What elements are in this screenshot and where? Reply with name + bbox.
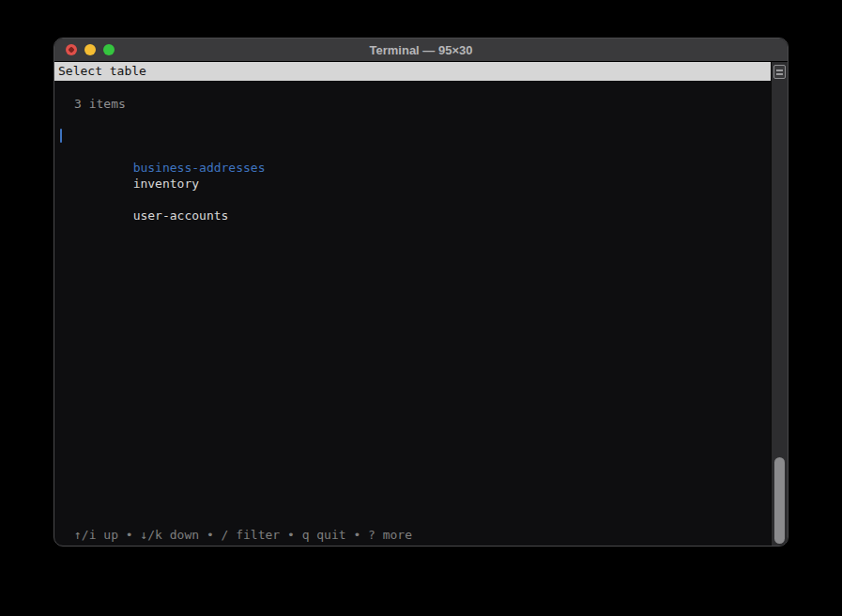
list-item-label: inventory [133,177,199,191]
window-title: Terminal — 95×30 [54,38,788,62]
list-item-inventory[interactable]: inventory [54,160,771,176]
terminal-window: Terminal — 95×30 Select table 3 items bu… [54,38,788,547]
selection-cursor [60,129,62,143]
minimize-button[interactable] [84,44,96,55]
traffic-lights [66,44,115,55]
scrollbar-thumb[interactable] [774,457,785,544]
list-item-user-accounts[interactable]: user-accounts [54,192,771,208]
scrollbar-track[interactable] [771,62,788,546]
list-item-label: user-accounts [133,208,229,223]
list-item-business-addresses[interactable]: business-addresses [54,128,771,144]
help-bar: ↑/i up • ↓/k down • / filter • q quit • … [54,527,771,543]
item-count-status: 3 items [54,96,771,112]
terminal-content: Select table 3 items business-addresses … [54,62,788,546]
titlebar[interactable]: Terminal — 95×30 [54,38,788,62]
split-pane-icon [776,73,783,75]
desktop: Terminal — 95×30 Select table 3 items bu… [0,0,842,616]
split-pane-icon [776,69,783,71]
close-button[interactable] [66,44,77,55]
list-title-bar: Select table [54,62,771,81]
split-pane-button[interactable] [773,65,786,79]
zoom-button[interactable] [103,44,115,55]
